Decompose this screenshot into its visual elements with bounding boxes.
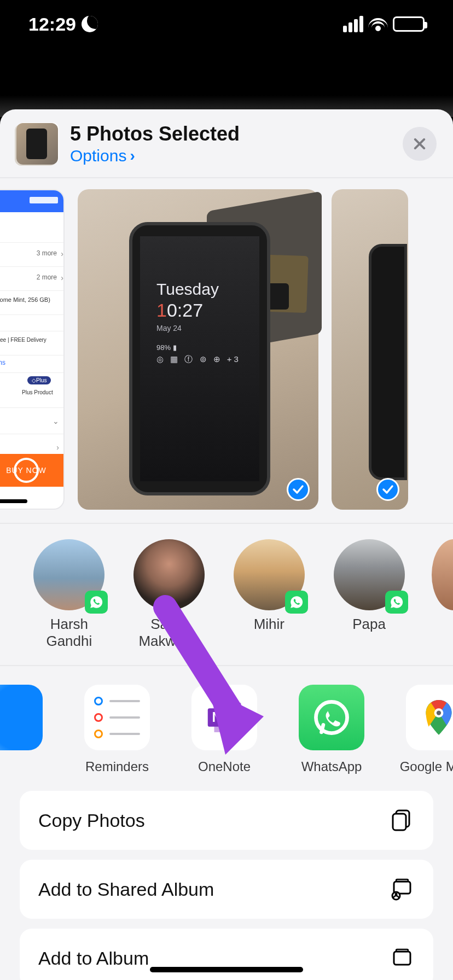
avatar	[432, 539, 453, 610]
close-icon	[412, 136, 427, 151]
contact-name: Harsh Gandhi	[32, 616, 107, 650]
home-indicator[interactable]	[150, 967, 303, 972]
svg-point-8	[437, 711, 441, 715]
wifi-icon	[369, 17, 387, 31]
share-sheet: 5 Photos Selected Options › 3 more› 2 mo…	[0, 109, 453, 980]
add-to-shared-album-action[interactable]: Add to Shared Album	[20, 860, 433, 919]
copy-photos-action[interactable]: Copy Photos	[20, 791, 433, 850]
share-contact[interactable]: Mihir	[231, 539, 306, 650]
photo-carousel[interactable]: 3 more› 2 more› wesome Mint, 256 GB) ng …	[0, 178, 453, 524]
airdrop-icon	[0, 685, 43, 750]
selected-checkmark-icon	[287, 478, 310, 501]
share-sheet-title: 5 Photos Selected	[70, 122, 391, 145]
share-contacts-row[interactable]: Harsh Gandhi Samir Makwana Mihir Papa	[0, 524, 453, 666]
share-contact[interactable]	[432, 539, 453, 650]
app-label: Google Maps	[396, 759, 453, 774]
share-apps-row[interactable]: Reminders N OneNote WhatsApp Google Maps	[0, 666, 453, 788]
close-button[interactable]	[403, 127, 437, 161]
album-icon	[388, 945, 415, 971]
whatsapp-badge-icon	[85, 591, 108, 614]
svg-rect-15	[394, 952, 410, 965]
cellular-icon	[343, 16, 363, 32]
avatar	[133, 539, 205, 610]
options-button[interactable]: Options ›	[70, 147, 391, 165]
svg-rect-12	[396, 879, 408, 882]
selected-checkmark-icon	[376, 478, 399, 501]
svg-rect-3	[234, 722, 241, 732]
shared-album-icon	[388, 876, 415, 902]
status-time: 12:29	[28, 14, 76, 35]
contact-name: Mihir	[231, 616, 306, 633]
share-app-reminders[interactable]: Reminders	[74, 685, 160, 774]
photo-thumbnail[interactable]	[332, 189, 408, 510]
share-app-google-maps[interactable]: Google Maps	[396, 685, 453, 774]
share-app-onenote[interactable]: N OneNote	[182, 685, 267, 774]
reminders-icon	[84, 685, 150, 750]
share-app-whatsapp[interactable]: WhatsApp	[289, 685, 374, 774]
action-label: Copy Photos	[38, 810, 145, 831]
app-label: OneNote	[182, 759, 267, 774]
contact-name: Samir Makwana	[132, 616, 207, 650]
avatar	[234, 539, 305, 610]
action-label: Add to Album	[38, 948, 149, 969]
share-app-airdrop[interactable]	[0, 685, 53, 774]
share-contact[interactable]: Papa	[332, 539, 406, 650]
avatar	[334, 539, 405, 610]
svg-rect-10	[393, 814, 406, 830]
whatsapp-icon	[299, 685, 364, 750]
share-contact[interactable]: Harsh Gandhi	[32, 539, 107, 650]
svg-rect-16	[396, 949, 408, 952]
do-not-disturb-icon	[82, 16, 98, 32]
photo-thumbnail[interactable]: 3 more› 2 more› wesome Mint, 256 GB) ng …	[0, 189, 65, 510]
selected-photos-thumbnail[interactable]	[16, 123, 58, 165]
share-sheet-header: 5 Photos Selected Options ›	[0, 109, 453, 178]
share-actions-list: Copy Photos Add to Shared Album Add to A…	[0, 788, 453, 980]
contact-name: Papa	[332, 616, 406, 633]
whatsapp-badge-icon	[385, 591, 408, 614]
photo-thumbnail[interactable]: Tuesday 10:27 May 24 98% ▮ ◎ ▦ ⓕ ⊚ ⊕ +3	[78, 189, 318, 510]
action-label: Add to Shared Album	[38, 879, 214, 900]
svg-rect-2	[234, 712, 241, 722]
google-maps-icon	[406, 685, 453, 750]
app-label: Reminders	[74, 759, 160, 774]
svg-text:N: N	[212, 710, 222, 725]
app-label: WhatsApp	[289, 759, 374, 774]
onenote-icon: N	[191, 685, 257, 750]
options-label: Options	[70, 147, 126, 165]
battery-icon	[393, 16, 425, 32]
status-bar: 12:29	[0, 0, 453, 48]
copy-icon	[388, 807, 415, 833]
chevron-right-icon: ›	[130, 147, 135, 165]
whatsapp-badge-icon	[285, 591, 308, 614]
avatar	[33, 539, 104, 610]
share-contact[interactable]: Samir Makwana	[132, 539, 207, 650]
